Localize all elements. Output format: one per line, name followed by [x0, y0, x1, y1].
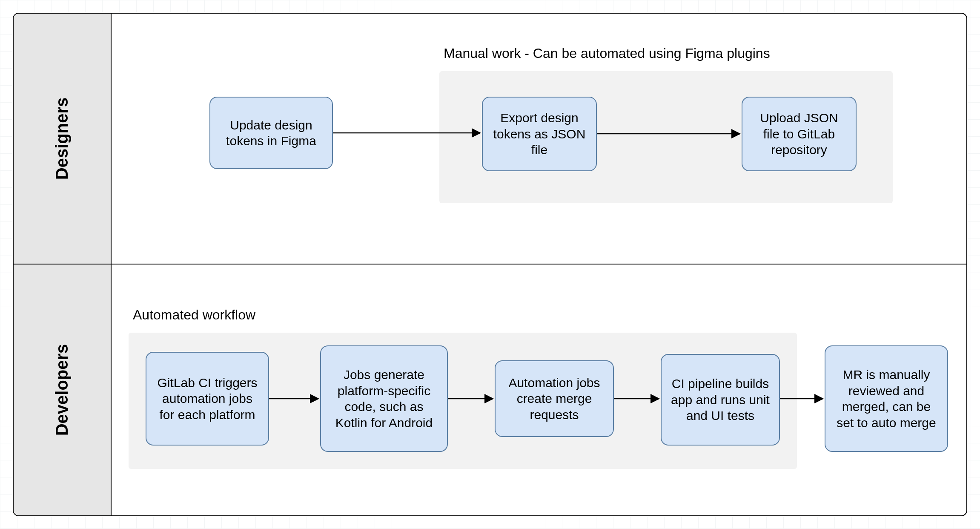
lane-developers-label: Developers — [52, 344, 72, 436]
node-generate-code: Jobs generate platform-specific code, su… — [320, 345, 448, 452]
group-automated-title: Automated workflow — [133, 307, 255, 323]
diagram-frame: Designers Manual work - Can be automated… — [13, 13, 967, 516]
lane-developers-label-wrap: Developers — [14, 264, 112, 515]
node-ci-pipeline: CI pipeline builds app and runs unit and… — [661, 354, 780, 446]
lane-designers-label-wrap: Designers — [14, 14, 112, 264]
lane-designers: Designers Manual work - Can be automated… — [13, 13, 967, 264]
node-review-merge-text: MR is manually reviewed and merged, can … — [833, 367, 940, 431]
node-update-figma: Update design tokens in Figma — [209, 97, 333, 169]
lane-designers-label: Designers — [52, 98, 72, 180]
node-ci-trigger: GitLab CI triggers automation jobs for e… — [146, 352, 269, 446]
lane-developers: Developers Automated workflow GitLab CI … — [13, 264, 967, 516]
node-create-mr: Automation jobs create merge requests — [495, 360, 614, 437]
node-create-mr-text: Automation jobs create merge requests — [503, 375, 605, 423]
node-export-json: Export design tokens as JSON file — [482, 97, 597, 171]
node-ci-pipeline-text: CI pipeline builds app and runs unit and… — [669, 376, 771, 424]
node-generate-code-text: Jobs generate platform-specific code, su… — [329, 367, 439, 431]
node-update-figma-text: Update design tokens in Figma — [218, 117, 324, 149]
node-review-merge: MR is manually reviewed and merged, can … — [825, 345, 948, 452]
node-ci-trigger-text: GitLab CI triggers automation jobs for e… — [154, 375, 261, 423]
group-manual-title: Manual work - Can be automated using Fig… — [444, 46, 770, 61]
node-upload-gitlab-text: Upload JSON file to GitLab repository — [750, 110, 848, 158]
node-upload-gitlab: Upload JSON file to GitLab repository — [742, 97, 857, 171]
node-export-json-text: Export design tokens as JSON file — [490, 110, 588, 158]
